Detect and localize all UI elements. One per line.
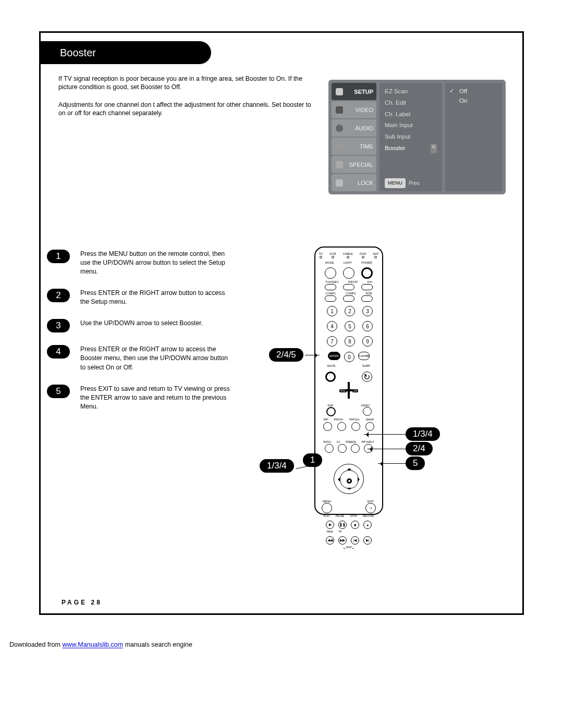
ff-button: ▶▶ [338, 536, 347, 545]
tv-menu-screenshot: SETUP VIDEO AUDIO TIME SPECIAL LOCK EZ S… [328, 80, 506, 194]
menu-item-ezscan: EZ Scan [385, 86, 437, 97]
exit-button: ↪ [365, 503, 376, 513]
leader-134-right [364, 434, 406, 435]
option-off: ✓Off [449, 86, 498, 96]
menu-bottom-bar: MENU Prev. [385, 178, 421, 188]
ch-label: CH [352, 389, 358, 392]
pause-button: ❚❚ [338, 521, 347, 529]
record-button: ● [363, 521, 372, 529]
menu-exit-row: MENU EXIT ↪ [315, 500, 382, 513]
button-row-3 [315, 295, 382, 302]
num-7: 7 [327, 336, 337, 347]
ratio-button [325, 444, 334, 453]
indicator-dvd: DVD [360, 252, 366, 258]
step-4: 4 Press ENTER or the RIGHT arrow to acce… [47, 345, 235, 372]
special-icon [336, 161, 343, 168]
video-button [363, 407, 372, 416]
num-1: 1 [327, 306, 337, 316]
dvi-button [361, 284, 373, 290]
front-button [343, 284, 354, 290]
comp2-button [343, 295, 354, 302]
dpad-up-icon [347, 466, 351, 470]
callout-5: 5 [406, 456, 425, 470]
download-footer: Downloaded from www.Manualslib.com manua… [9, 641, 563, 648]
row-labels-3: COMP1COMP2RGB [315, 292, 382, 295]
step-1: 1 Press the MENU button on the remote co… [47, 250, 235, 276]
menu-button-group: MENU [322, 500, 332, 513]
tvvideo-button [325, 284, 336, 290]
enter-zero-flash-row: ENTER 0 FLASHBK [315, 352, 382, 362]
menu-tab-video: VIDEO [332, 101, 376, 118]
leader-245 [305, 355, 320, 355]
button-row-1 [315, 267, 382, 279]
mute-surf-labels: MUTESURF [315, 364, 382, 367]
indicator-dot-icon [320, 256, 322, 258]
dpad-right-icon [358, 477, 362, 482]
pipch-plus-button [351, 422, 360, 431]
row-labels-1: MODELIGHTPOWER [315, 261, 382, 264]
leader-24 [368, 449, 406, 449]
num-5: 5 [345, 321, 355, 331]
num-8: 8 [345, 336, 355, 347]
num-4: 4 [327, 321, 337, 331]
num-3: 3 [362, 306, 373, 316]
dpad-down-icon [347, 488, 351, 492]
step-text-4: Press ENTER or the RIGHT arrow to access… [80, 345, 235, 372]
step-text-3: Use the UP/DOWN arrow to select Booster. [80, 319, 203, 328]
leader-5 [378, 463, 406, 464]
mute-surf-row: ↻ [315, 372, 382, 382]
menu-tabs-column: SETUP VIDEO AUDIO TIME SPECIAL LOCK [332, 83, 376, 191]
video-icon [336, 106, 343, 114]
manual-page: Booster If TV signal reception is poor b… [39, 31, 524, 615]
comp1-button [325, 295, 336, 302]
step-text-1: Press the MENU button on the remote cont… [80, 250, 235, 276]
step-number-1: 1 [47, 250, 70, 263]
menu-tab-time: TIME [332, 138, 376, 155]
light-button [343, 267, 354, 279]
lock-icon [336, 179, 343, 187]
menu-item-subinput: Sub Input [385, 131, 437, 143]
cc-labels: RATIOCCFREEZEPIP INPUT [315, 440, 382, 443]
menu-sub-options: ✓Off On [445, 83, 503, 191]
setup-icon [336, 88, 343, 95]
transport-row-2: ◀◀▶▶|◀▶| [315, 536, 382, 545]
exit-label: EXIT [365, 500, 376, 503]
indicator-sat: SAT [373, 252, 378, 258]
mode-indicator-row: TV VCR CABLE DVD SAT [315, 252, 382, 258]
footer-pre: Downloaded from [9, 641, 62, 648]
dpad-ring [334, 464, 364, 494]
footer-link[interactable]: www.Manualslib.com [62, 641, 123, 648]
skip-fwd-button: ▶| [363, 536, 372, 545]
row-labels-2: TV/VIDEOFRONTDVI [315, 280, 382, 283]
num-2: 2 [345, 306, 355, 316]
menu-button [322, 503, 332, 513]
number-pad: 1 2 3 4 5 6 7 8 9 [315, 302, 382, 349]
callout-1: 1 [303, 453, 322, 467]
menu-item-maininput: Main Input [385, 120, 437, 131]
callout-134-left: 1/3/4 [260, 459, 294, 473]
skip-label: ⎿ SKIP ⏌ [315, 546, 382, 549]
dpad-area [315, 462, 382, 499]
exit-button-group: EXIT ↪ [365, 500, 376, 513]
cc-button [338, 444, 347, 453]
pip-labels: PIPPIPCH-PIPCH+SWAP [315, 418, 382, 421]
booster-g-badge: G [431, 144, 437, 153]
stop-button: ■ [351, 521, 359, 529]
callout-24: 2/4 [406, 442, 433, 455]
num-9: 9 [362, 336, 373, 347]
freeze-button [351, 444, 360, 453]
intro-paragraph-1: If TV signal reception is poor because y… [58, 75, 314, 92]
menu-item-booster: BoosterG [385, 143, 437, 154]
step-text-2: Press ENTER or the RIGHT arrow button to… [80, 289, 235, 306]
menu-label: MENU [322, 500, 332, 503]
sap-video-row [315, 407, 382, 416]
indicator-tv: TV [319, 252, 323, 258]
section-title-bar: Booster [39, 41, 211, 64]
menu-item-chlabel: Ch. Label [385, 109, 437, 120]
vol-ch-cross: VOL CH [315, 382, 382, 403]
menu-tab-lock: LOCK [332, 174, 376, 191]
callout-134-right: 1/3/4 [406, 427, 440, 441]
footer-post: manuals search engine [123, 641, 192, 648]
transport-labels-2: REWFF [315, 530, 382, 533]
step-text-5: Press EXIT to save and return to TV view… [80, 385, 235, 411]
